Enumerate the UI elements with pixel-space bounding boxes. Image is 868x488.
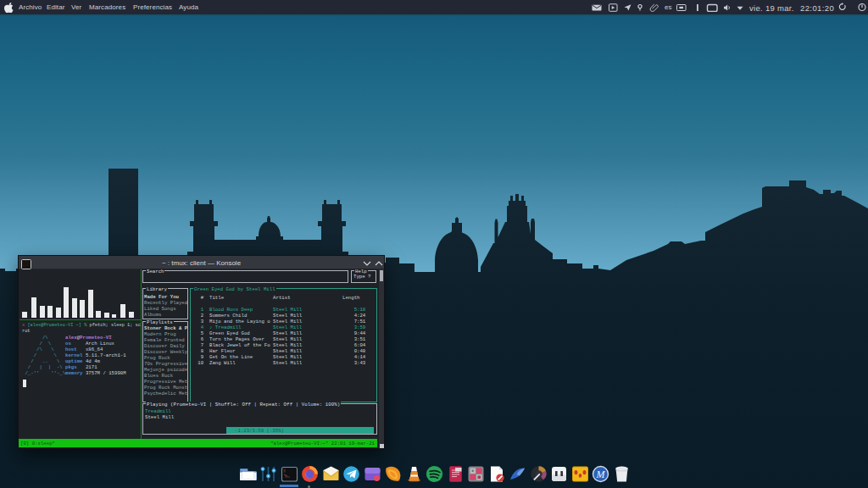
svg-text:M: M [596, 469, 606, 480]
